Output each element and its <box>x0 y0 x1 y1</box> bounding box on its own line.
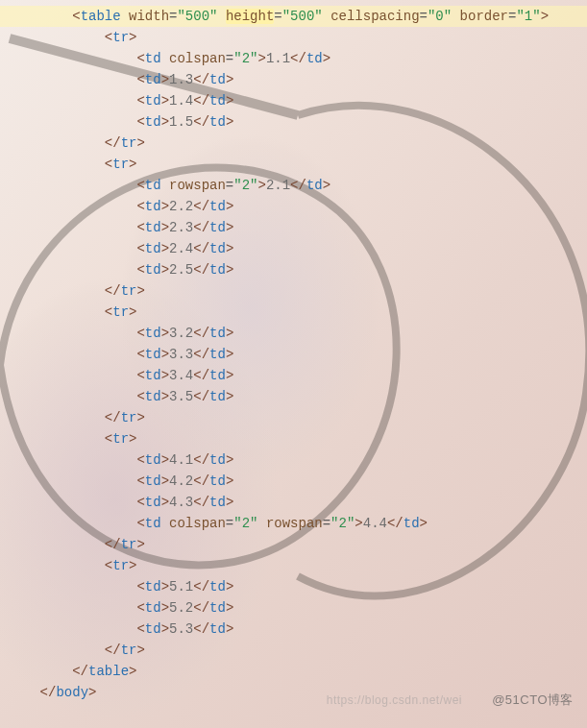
code-tag-name: td <box>145 93 161 109</box>
code-text-content: 4.2 <box>169 473 193 489</box>
code-line: <td>3.2</td> <box>0 323 587 344</box>
code-line: <td>5.1</td> <box>0 576 587 597</box>
code-line: <td>2.3</td> <box>0 217 587 238</box>
code-tag-name: td <box>145 51 161 66</box>
code-attribute-value: "2" <box>233 178 257 193</box>
code-tag-name: td <box>145 326 161 341</box>
code-line: </body> <box>0 682 587 703</box>
code-block: <table width="500" height="500" cellspac… <box>0 0 587 709</box>
code-tag-name: tr <box>121 537 137 552</box>
code-text-content: 1.5 <box>169 114 193 130</box>
code-tag-name: tr <box>112 431 129 447</box>
code-text-content: 2.5 <box>169 262 193 278</box>
code-line: <td>5.3</td> <box>0 619 587 640</box>
code-tag-name: td <box>145 262 161 278</box>
code-text-content: 4.3 <box>169 495 193 510</box>
code-line: <td>2.4</td> <box>0 238 587 259</box>
code-tag-name: table <box>81 9 121 24</box>
code-text-content: 4.4 <box>363 516 387 531</box>
code-line: <td>5.2</td> <box>0 597 587 619</box>
code-tag-name: tr <box>121 135 137 151</box>
code-tag-name: td <box>145 473 161 489</box>
code-tag-name: tr <box>121 283 137 299</box>
code-tag-name: tr <box>112 558 129 573</box>
code-line: <td>4.3</td> <box>0 492 587 513</box>
code-tag-name: tr <box>112 304 129 320</box>
code-tag-name: tr <box>121 410 137 425</box>
code-tag-name: td <box>145 72 161 87</box>
code-attribute-name: rowspan <box>266 516 323 531</box>
code-attribute-value: "2" <box>233 516 257 531</box>
code-tag-name: body <box>56 685 88 700</box>
code-attribute-value: "1" <box>516 9 540 24</box>
code-line: </tr> <box>0 640 587 661</box>
code-attribute-value: "2" <box>330 516 355 531</box>
code-text-content: 3.5 <box>169 389 193 404</box>
code-tag-name: td <box>145 600 161 616</box>
code-line: <tr> <box>0 154 587 175</box>
code-line: <td>3.4</td> <box>0 365 587 386</box>
code-tag-name: td <box>145 452 161 468</box>
code-line: <tr> <box>0 302 587 323</box>
code-line: <td>1.4</td> <box>0 90 587 111</box>
code-tag-name: td <box>145 495 161 510</box>
code-attribute-value: "500" <box>282 9 323 24</box>
code-line: <td>4.1</td> <box>0 449 587 471</box>
code-line: </table> <box>0 661 587 682</box>
code-line: <td>2.5</td> <box>0 259 587 280</box>
code-text-content: 2.3 <box>169 220 193 235</box>
code-text-content: 2.2 <box>169 199 193 214</box>
code-attribute-value: "500" <box>177 9 217 24</box>
code-tag-name: td <box>145 199 161 214</box>
code-line: <td colspan="2" rowspan="2">4.4</td> <box>0 513 587 534</box>
code-tag-name: td <box>145 220 161 235</box>
code-line: <tr> <box>0 428 587 449</box>
code-line: <td>1.3</td> <box>0 69 587 90</box>
code-text-content: 5.3 <box>169 621 193 637</box>
code-attribute-name: rowspan <box>169 178 226 193</box>
code-tag-name: table <box>88 664 129 679</box>
code-attribute-value: "0" <box>428 9 452 24</box>
code-line: <td colspan="2">1.1</td> <box>0 48 587 69</box>
code-attribute-value: "2" <box>233 51 257 66</box>
code-tag-name: td <box>145 114 161 130</box>
code-line: </tr> <box>0 133 587 154</box>
code-line: </tr> <box>0 534 587 555</box>
code-text-content: 5.1 <box>169 579 193 595</box>
code-line: <td>3.3</td> <box>0 344 587 365</box>
code-line: <td>3.5</td> <box>0 386 587 407</box>
code-tag-name: td <box>145 241 161 256</box>
code-line: <td rowspan="2">2.1</td> <box>0 175 587 196</box>
code-line: </tr> <box>0 280 587 302</box>
code-line: <td>2.2</td> <box>0 196 587 217</box>
code-line: <table width="500" height="500" cellspac… <box>0 6 587 27</box>
code-attribute-name: cellspacing <box>330 9 419 24</box>
code-text-content: 2.1 <box>266 178 290 193</box>
code-tag-name: tr <box>112 157 129 172</box>
code-tag-name: td <box>145 347 161 362</box>
code-tag-name: td <box>145 389 161 404</box>
code-tag-name: tr <box>121 643 137 658</box>
code-attribute-name: colspan <box>169 516 226 531</box>
code-text-content: 3.2 <box>169 326 193 341</box>
code-line: <td>4.2</td> <box>0 471 587 492</box>
code-text-content: 1.1 <box>266 51 290 66</box>
code-line: <tr> <box>0 27 587 48</box>
code-attribute-name: width <box>129 9 169 24</box>
code-tag-name: td <box>145 516 161 531</box>
code-line: </tr> <box>0 407 587 428</box>
code-text-content: 3.4 <box>169 368 193 383</box>
code-tag-name: td <box>145 368 161 383</box>
code-tag-name: td <box>145 579 161 595</box>
code-attribute-name: height <box>226 9 274 24</box>
code-text-content: 1.3 <box>169 72 193 87</box>
code-tag-name: td <box>145 621 161 637</box>
code-attribute-name: colspan <box>169 51 226 66</box>
code-tag-name: td <box>145 178 161 193</box>
code-line: <td>1.5</td> <box>0 111 587 133</box>
code-line: <tr> <box>0 555 587 576</box>
code-tag-name: tr <box>112 30 129 45</box>
code-text-content: 3.3 <box>169 347 193 362</box>
code-text-content: 5.2 <box>169 600 193 616</box>
code-text-content: 2.4 <box>169 241 193 256</box>
